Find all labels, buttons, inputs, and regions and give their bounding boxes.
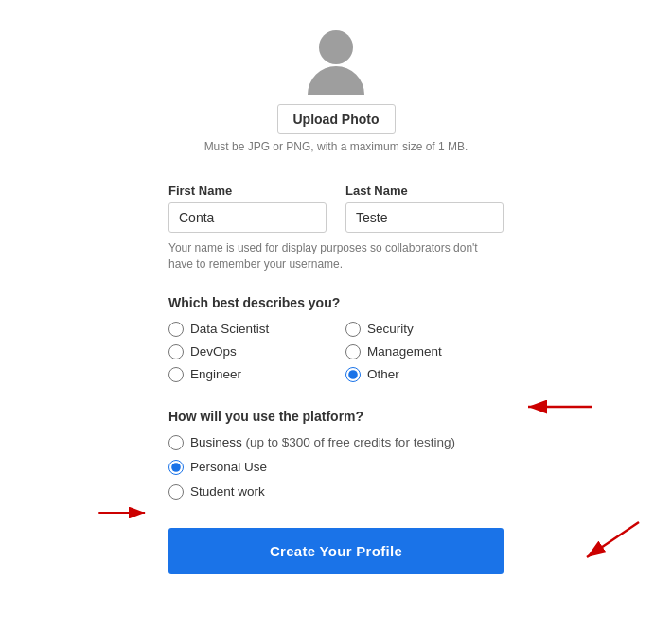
- platform-label-personal-use: Personal Use: [190, 460, 267, 474]
- role-label-other: Other: [367, 367, 399, 381]
- upload-photo-button[interactable]: Upload Photo: [277, 104, 396, 134]
- upload-hint: Must be JPG or PNG, with a maximum size …: [204, 140, 469, 153]
- platform-radio-student-work[interactable]: [168, 484, 184, 500]
- last-name-label: Last Name: [345, 184, 504, 198]
- name-row: First Name Last Name: [168, 184, 504, 233]
- platform-label-business: Business (up to $300 of free credits for…: [190, 435, 455, 449]
- role-label-engineer: Engineer: [190, 367, 241, 381]
- arrow-create-indicator: [568, 517, 644, 565]
- role-option-security[interactable]: Security: [345, 322, 504, 337]
- platform-option-business[interactable]: Business (up to $300 of free credits for…: [168, 435, 504, 450]
- name-hint: Your name is used for display purposes s…: [168, 240, 504, 272]
- role-radio-other[interactable]: [345, 367, 361, 382]
- role-grid: Data Scientist Security DevOps Managemen…: [168, 322, 504, 382]
- role-label-data-scientist: Data Scientist: [190, 322, 269, 336]
- platform-section-title: How will you use the platform?: [168, 409, 504, 424]
- first-name-input[interactable]: [168, 202, 327, 233]
- role-option-data-scientist[interactable]: Data Scientist: [168, 322, 327, 337]
- role-radio-management[interactable]: [345, 344, 361, 359]
- platform-radio-business[interactable]: [168, 435, 184, 450]
- role-radio-engineer[interactable]: [168, 367, 184, 382]
- avatar-icon: [303, 19, 369, 95]
- role-radio-security[interactable]: [345, 322, 361, 337]
- platform-radio-personal-use[interactable]: [168, 460, 184, 475]
- role-label-devops: DevOps: [190, 344, 237, 359]
- arrow-other-indicator: [521, 393, 596, 421]
- last-name-group: Last Name: [345, 184, 504, 233]
- role-radio-data-scientist[interactable]: [168, 322, 184, 337]
- first-name-label: First Name: [168, 184, 327, 198]
- last-name-input[interactable]: [345, 202, 504, 233]
- role-label-management: Management: [367, 344, 442, 359]
- role-option-engineer[interactable]: Engineer: [168, 367, 327, 382]
- svg-line-5: [587, 522, 639, 557]
- arrow-personal-use-indicator: [95, 501, 151, 524]
- platform-label-student-work: Student work: [190, 484, 265, 499]
- role-option-management[interactable]: Management: [345, 344, 504, 359]
- platform-options: Business (up to $300 of free credits for…: [168, 435, 504, 500]
- avatar-head: [319, 30, 353, 64]
- role-label-security: Security: [367, 322, 414, 336]
- first-name-group: First Name: [168, 184, 327, 233]
- platform-option-student-work[interactable]: Student work: [168, 484, 504, 500]
- role-section-title: Which best describes you?: [168, 295, 504, 310]
- avatar-section: Upload Photo Must be JPG or PNG, with a …: [168, 19, 504, 172]
- role-option-devops[interactable]: DevOps: [168, 344, 327, 359]
- platform-option-personal-use[interactable]: Personal Use: [168, 460, 504, 475]
- role-section: Which best describes you? Data Scientist…: [168, 295, 504, 382]
- role-option-other[interactable]: Other: [345, 367, 504, 382]
- platform-section: How will you use the platform? Business …: [168, 409, 504, 500]
- avatar-body: [308, 66, 364, 95]
- create-profile-button[interactable]: Create Your Profile: [168, 528, 504, 574]
- role-radio-devops[interactable]: [168, 344, 184, 359]
